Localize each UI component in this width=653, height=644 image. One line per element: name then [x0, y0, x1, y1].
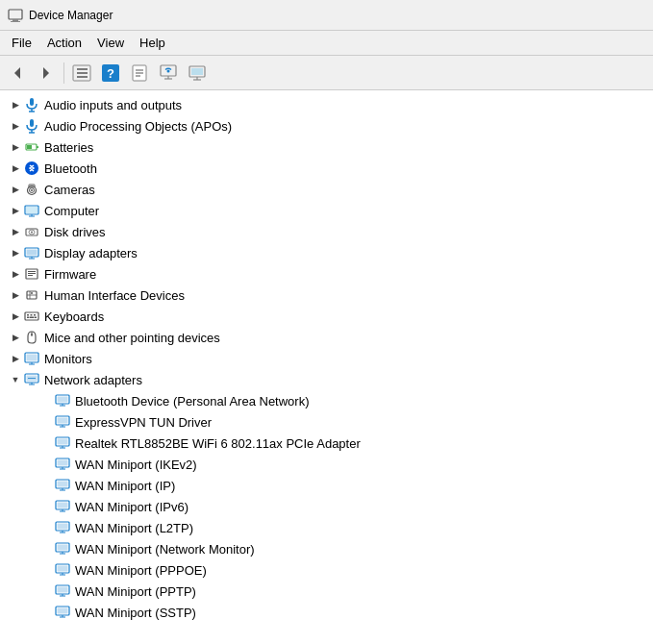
audio-inputs-label: Audio inputs and outputs — [44, 98, 182, 112]
tree-item-keyboards[interactable]: Keyboards — [0, 306, 653, 327]
svg-point-18 — [167, 69, 170, 72]
tree-item-monitors[interactable]: Monitors — [0, 348, 653, 369]
batteries-label: Batteries — [44, 140, 93, 155]
network-child-item[interactable]: WAN Miniport (IP) — [0, 475, 653, 496]
keyboards-icon — [23, 308, 40, 325]
forward-button[interactable] — [33, 60, 60, 87]
title-bar: Device Manager — [0, 0, 653, 31]
svg-rect-1 — [13, 19, 18, 21]
network-child-item[interactable]: ExpressVPN TUN Driver — [0, 411, 653, 433]
chevron-network-adapters — [8, 372, 23, 387]
tree-item-display-adapters[interactable]: Display adapters — [0, 242, 653, 263]
mice-label: Mice and other pointing devices — [44, 331, 220, 345]
svg-rect-102 — [58, 524, 68, 530]
tree-item-network-adapters[interactable]: Network adapters — [0, 369, 653, 390]
network-child-item[interactable]: WAN Miniport (IPv6) — [0, 496, 653, 517]
svg-rect-50 — [28, 271, 36, 272]
tree-item-computer[interactable]: Computer — [0, 200, 653, 221]
network-child-item[interactable]: WAN Miniport (PPTP) — [0, 581, 653, 602]
menu-help[interactable]: Help — [132, 34, 173, 52]
network-child-label: WAN Miniport (IPv6) — [75, 500, 188, 514]
menu-action[interactable]: Action — [39, 34, 89, 52]
network-child-label: WAN Miniport (IKEv2) — [75, 458, 197, 472]
audio-inputs-icon — [23, 96, 40, 113]
cameras-label: Cameras — [44, 183, 95, 197]
tree-item-audio-inputs[interactable]: Audio inputs and outputs — [0, 94, 653, 115]
network-child-label: WAN Miniport (Network Monitor) — [75, 542, 255, 557]
scan-button[interactable] — [155, 60, 182, 87]
svg-point-32 — [25, 161, 38, 175]
network-child-item[interactable]: Bluetooth Device (Personal Area Network) — [0, 390, 653, 411]
monitor-button[interactable] — [184, 60, 211, 87]
chevron-firmware — [8, 266, 23, 282]
network-child-item[interactable]: WAN Miniport (IKEv2) — [0, 454, 653, 475]
svg-point-65 — [31, 334, 33, 335]
svg-marker-4 — [43, 67, 49, 79]
svg-rect-69 — [27, 355, 38, 361]
batteries-icon — [23, 138, 40, 156]
chevron-display-adapters — [8, 245, 23, 260]
tree-item-disk-drives[interactable]: Disk drives — [0, 221, 653, 242]
help-button[interactable]: ? — [97, 60, 124, 87]
chevron-mice — [8, 330, 23, 345]
network-adapters-icon — [23, 371, 40, 388]
display-adapters-label: Display adapters — [44, 246, 138, 260]
network-child-item[interactable]: Realtek RTL8852BE WiFi 6 802.11ax PCIe A… — [0, 433, 653, 454]
tree-item-audio-apo[interactable]: Audio Processing Objects (APOs) — [0, 115, 653, 136]
svg-rect-118 — [58, 608, 68, 614]
svg-rect-51 — [28, 273, 36, 274]
network-child-label: ExpressVPN TUN Driver — [75, 415, 212, 430]
toolbar: ? — [0, 56, 653, 90]
tree-item-mice[interactable]: Mice and other pointing devices — [0, 327, 653, 348]
svg-rect-40 — [26, 207, 38, 213]
network-child-item[interactable]: WAN Miniport (PPPOE) — [0, 559, 653, 581]
monitors-icon — [23, 350, 40, 367]
network-child-item[interactable]: WAN Miniport (Network Monitor) — [0, 538, 653, 559]
tree-item-firmware[interactable]: Firmware — [0, 263, 653, 285]
bluetooth-label: Bluetooth — [44, 161, 97, 176]
svg-rect-86 — [58, 439, 68, 445]
network-child-icon — [54, 498, 71, 515]
mice-icon — [23, 329, 40, 346]
app-icon — [8, 8, 23, 23]
properties-button[interactable] — [126, 60, 153, 87]
svg-rect-57 — [25, 312, 38, 320]
svg-rect-90 — [58, 460, 68, 466]
tree-item-batteries[interactable]: Batteries — [0, 136, 653, 158]
toolbar-separator-1 — [63, 62, 64, 84]
back-button[interactable] — [4, 60, 31, 87]
network-child-icon — [54, 477, 71, 494]
tree-view-button[interactable] — [68, 60, 95, 87]
svg-rect-61 — [27, 317, 29, 319]
svg-rect-58 — [27, 314, 29, 316]
firmware-label: Firmware — [44, 267, 96, 282]
tree-item-cameras[interactable]: Cameras — [0, 179, 653, 200]
network-child-label: WAN Miniport (L2TP) — [75, 521, 193, 535]
chevron-disk-drives — [8, 224, 23, 239]
keyboards-label: Keyboards — [44, 310, 104, 324]
menu-view[interactable]: View — [89, 34, 132, 52]
svg-rect-110 — [58, 566, 68, 572]
menu-bar: File Action View Help — [0, 31, 653, 56]
chevron-hid — [8, 287, 23, 303]
svg-marker-3 — [14, 67, 20, 79]
audio-apo-icon — [23, 117, 40, 135]
network-child-icon — [54, 413, 71, 431]
svg-rect-30 — [37, 146, 38, 148]
network-child-icon — [54, 456, 71, 473]
svg-rect-78 — [58, 397, 68, 403]
network-child-item[interactable]: WAN Miniport (L2TP) — [0, 517, 653, 538]
svg-rect-23 — [30, 98, 34, 106]
device-tree[interactable]: Audio inputs and outputs Audio Processin… — [0, 90, 653, 644]
menu-file[interactable]: File — [4, 34, 39, 52]
firmware-icon — [23, 265, 40, 283]
network-child-label: WAN Miniport (SSTP) — [75, 606, 196, 620]
svg-point-56 — [31, 292, 33, 294]
tree-item-hid[interactable]: Human Interface Devices — [0, 285, 653, 306]
network-child-icon — [54, 540, 71, 557]
network-adapters-label: Network adapters — [44, 373, 142, 387]
network-child-item[interactable]: WAN Miniport (SSTP) — [0, 602, 653, 623]
tree-item-bluetooth[interactable]: Bluetooth — [0, 158, 653, 179]
disk-drives-icon — [23, 223, 40, 240]
app-title: Device Manager — [29, 9, 113, 22]
